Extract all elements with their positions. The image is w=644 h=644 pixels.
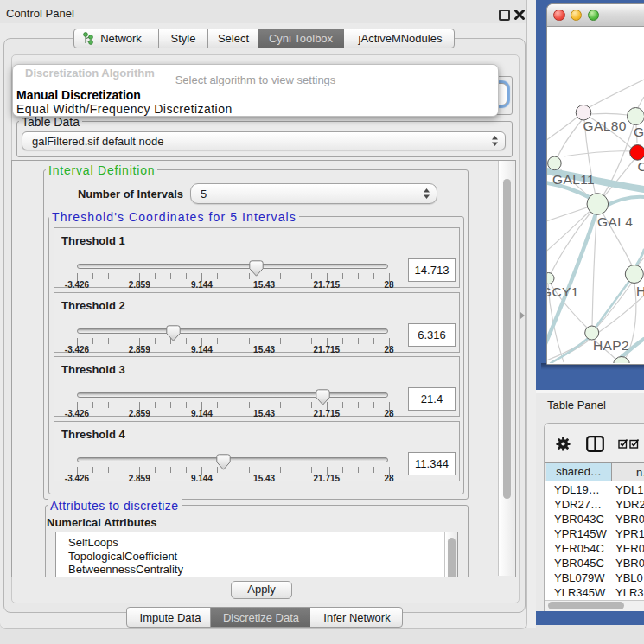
svg-text:GCY1: GCY1 bbox=[547, 284, 579, 299]
svg-text:GA: GA bbox=[634, 124, 644, 139]
svg-text:C: C bbox=[638, 159, 644, 174]
svg-text:GAL80: GAL80 bbox=[583, 118, 627, 133]
svg-text:GAL4: GAL4 bbox=[597, 214, 633, 229]
svg-text:HAP2: HAP2 bbox=[593, 338, 629, 353]
svg-text:GAL11: GAL11 bbox=[552, 172, 595, 187]
svg-text:H: H bbox=[636, 284, 644, 298]
